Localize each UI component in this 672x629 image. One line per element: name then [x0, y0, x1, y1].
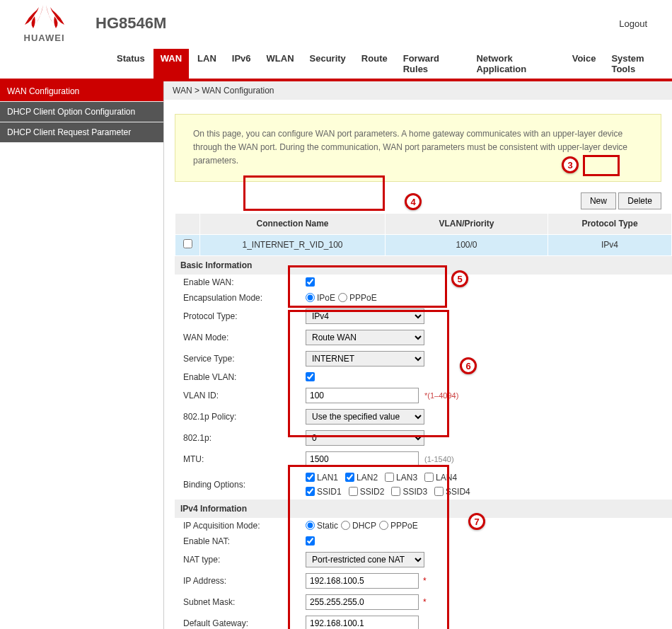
enable-wan-checkbox[interactable] — [306, 277, 315, 287]
mtu-input[interactable] — [306, 451, 419, 467]
label-enable-wan: Enable WAN: — [175, 277, 306, 287]
label-proto-type: Protocol Type: — [175, 311, 306, 321]
model-name: HG8546M — [95, 14, 166, 33]
logo-text: HUAWEI — [11, 33, 78, 43]
label-enable-vlan: Enable VLAN: — [175, 372, 306, 382]
enable-vlan-checkbox[interactable] — [306, 372, 315, 381]
nav-voice[interactable]: Voice — [565, 49, 603, 79]
bind-ssid2[interactable] — [349, 487, 358, 496]
new-button[interactable]: New — [581, 192, 616, 209]
huawei-logo: HUAWEI — [11, 4, 78, 43]
service-type-select[interactable]: INTERNET — [306, 351, 424, 367]
cell-vlan: 100/0 — [386, 234, 548, 255]
label-ip-acq: IP Acquisition Mode: — [175, 521, 306, 531]
nav-ipv6[interactable]: IPv6 — [225, 49, 258, 79]
delete-button[interactable]: Delete — [618, 192, 661, 209]
nav-wlan[interactable]: WLAN — [260, 49, 301, 79]
label-vlan-id: VLAN ID: — [175, 391, 306, 400]
label-service-type: Service Type: — [175, 354, 306, 364]
table-row: 1_INTERNET_R_VID_100 100/0 IPv4 — [175, 234, 672, 255]
nav-forward[interactable]: Forward Rules — [396, 49, 468, 79]
nav-wan[interactable]: WAN — [153, 49, 189, 79]
ipacq-pppoe-radio[interactable] — [379, 521, 388, 530]
encap-ipoe-radio[interactable] — [306, 293, 315, 302]
ipacq-dhcp-radio[interactable] — [341, 521, 350, 530]
label-binding: Binding Options: — [175, 480, 306, 490]
cell-proto: IPv4 — [548, 234, 672, 255]
label-mtu: MTU: — [175, 454, 306, 464]
nav-netapp[interactable]: Network Application — [469, 49, 563, 79]
ipacq-static-radio[interactable] — [306, 521, 315, 530]
8021p-policy-select[interactable]: Use the specified value — [306, 409, 424, 425]
col-connection-name: Connection Name — [200, 213, 386, 234]
ip-address-input[interactable] — [306, 573, 419, 589]
enable-nat-checkbox[interactable] — [306, 536, 315, 546]
col-protocol-type: Protocol Type — [548, 213, 672, 234]
sidebar-dhcp-request[interactable]: DHCP Client Request Parameter — [0, 122, 163, 143]
nat-type-select[interactable]: Port-restricted cone NAT — [306, 552, 424, 567]
section-basic-info: Basic Information — [175, 256, 672, 275]
label-gateway: Default Gateway: — [175, 618, 306, 628]
nav-systools[interactable]: System Tools — [604, 49, 672, 79]
section-ipv4-info: IPv4 Information — [175, 500, 672, 518]
bind-ssid4[interactable] — [434, 487, 444, 496]
bind-lan1[interactable] — [306, 473, 315, 482]
nav-security[interactable]: Security — [303, 49, 353, 79]
label-encap: Encapsulation Mode: — [175, 293, 306, 303]
nav-route[interactable]: Route — [354, 49, 395, 79]
subnet-mask-input[interactable] — [306, 594, 419, 610]
vlan-id-input[interactable] — [306, 388, 419, 403]
logout-link[interactable]: Logout — [619, 18, 647, 29]
label-8021p: 802.1p: — [175, 433, 306, 443]
gateway-input[interactable] — [306, 616, 419, 629]
label-8021p-policy: 802.1p Policy: — [175, 412, 306, 422]
sidebar: WAN Configuration DHCP Client Option Con… — [0, 81, 164, 629]
help-text: On this page, you can configure WAN port… — [175, 114, 661, 182]
protocol-type-select[interactable]: IPv4 — [306, 308, 424, 324]
col-vlan-priority: VLAN/Priority — [386, 213, 548, 234]
wan-connections-table: Connection Name VLAN/Priority Protocol T… — [175, 213, 672, 256]
nav-status[interactable]: Status — [110, 49, 152, 79]
wan-mode-select[interactable]: Route WAN — [306, 330, 424, 345]
cell-connection-name[interactable]: 1_INTERNET_R_VID_100 — [200, 234, 386, 255]
8021p-select[interactable]: 0 — [306, 430, 424, 446]
label-enable-nat: Enable NAT: — [175, 536, 306, 546]
bind-ssid3[interactable] — [391, 487, 400, 496]
bind-lan4[interactable] — [424, 473, 434, 482]
label-wan-mode: WAN Mode: — [175, 333, 306, 342]
sidebar-dhcp-option[interactable]: DHCP Client Option Configuration — [0, 102, 163, 122]
nav-lan[interactable]: LAN — [190, 49, 224, 79]
label-ip-addr: IP Address: — [175, 576, 306, 586]
main-nav: Status WAN LAN IPv6 WLAN Security Route … — [0, 43, 672, 79]
encap-pppoe-radio[interactable] — [338, 293, 347, 302]
label-nat-type: NAT type: — [175, 555, 306, 565]
sidebar-wan-config[interactable]: WAN Configuration — [0, 81, 163, 102]
breadcrumb: WAN > WAN Configuration — [164, 81, 672, 100]
bind-ssid1[interactable] — [306, 487, 315, 496]
row-select-checkbox[interactable] — [183, 239, 192, 248]
bind-lan3[interactable] — [385, 473, 394, 482]
bind-lan2[interactable] — [345, 473, 354, 482]
label-subnet: Subnet Mask: — [175, 597, 306, 607]
